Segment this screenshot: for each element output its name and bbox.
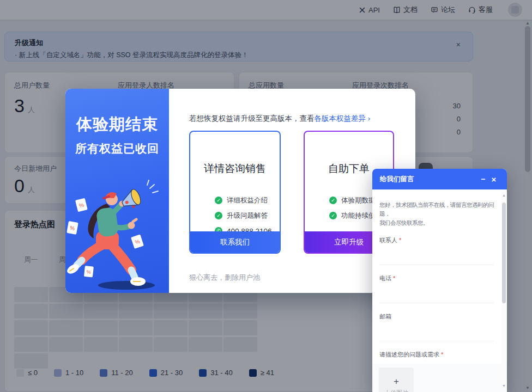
contact-us-button[interactable]: 联系我们 [190,231,280,253]
benefit-item: ✓ 升级问题解答 [215,211,280,220]
modal-title-line2: 所有权益已收回 [65,141,169,156]
phone-label: 电话* [379,274,494,283]
contact-sales-card: 详情咨询销售 ✓ 详细权益介绍 ✓ 升级问题解答 ✆ 400 888 2106 … [189,131,281,254]
chat-scrollbar[interactable]: ▲ ▼ [501,192,506,390]
modal-blue-panel: 体验期结束 所有权益已收回 % % % % [65,89,169,293]
check-icon: ✓ [215,212,222,219]
megaphone-person-illustration: % % % % [65,179,169,293]
delete-user-pool-link[interactable]: 狠心离去，删除用户池 [189,273,260,283]
modal-intro-line: 若想恢复权益请升级至更高版本，查看各版本权益差异 › [189,114,370,124]
benefit-item: ✓ 详细权益介绍 [215,195,280,205]
contact-sales-title: 详情咨询销售 [190,162,280,176]
trial-ended-modal: 体验期结束 所有权益已收回 % % % % [65,89,415,293]
leave-message-widget: 给我们留言 − × 您好，技术团队当前不在线，请留言您遇到的问题， 我们会尽快联… [372,169,507,392]
upload-image-button[interactable]: + 上传图片 [379,367,414,392]
message-label: 请描述您的问题或需求* [379,351,494,359]
chat-title: 给我们留言 [380,175,477,184]
chat-greeting: 您好，技术团队当前不在线，请留言您遇到的问题， 我们会尽快联系您。 [379,200,494,227]
email-input[interactable] [379,321,494,341]
plus-icon: + [379,376,414,387]
contact-name-input[interactable] [379,244,494,265]
check-icon: ✓ [215,197,222,204]
phone-input[interactable] [379,283,494,303]
scroll-down-icon[interactable]: ▼ [501,384,506,388]
chat-footer: + 上传图片 [372,364,507,392]
version-benefits-link[interactable]: 各版本权益差异 › [315,114,371,122]
email-label: 邮箱 [379,313,494,321]
chevron-right-icon: › [368,114,371,122]
chat-header: 给我们留言 − × [372,169,507,189]
chat-body: 您好，技术团队当前不在线，请留言您遇到的问题， 我们会尽快联系您。 联系人* 电… [372,189,507,392]
contact-name-label: 联系人* [379,236,494,244]
scroll-up-icon[interactable]: ▲ [501,193,506,197]
minimize-icon[interactable]: − [477,175,488,183]
svg-text:%: % [86,269,91,275]
check-icon: ✓ [329,197,337,204]
close-icon[interactable]: × [488,175,499,184]
modal-title-line1: 体验期结束 [65,114,169,136]
chat-scrollbar-thumb[interactable] [502,203,506,303]
check-icon: ✓ [329,212,337,219]
